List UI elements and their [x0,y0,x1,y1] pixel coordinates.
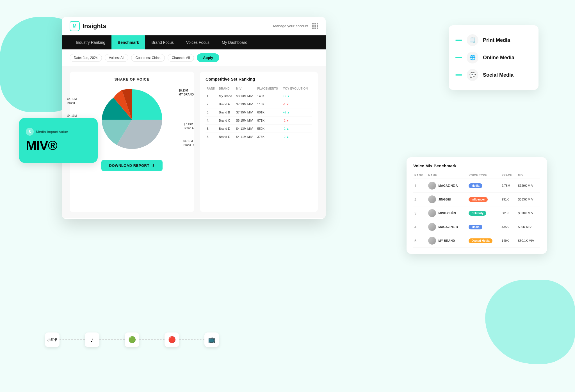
brand-cell: Brand C [218,117,235,125]
vtype-cell: Celebrity [467,206,500,220]
vname-cell: MAGAZINE B [427,220,467,234]
channel-item: 💬 Social Media [455,66,532,84]
table-row: 1. My Brand $8.13M MIV 149K +2 [206,92,312,100]
pie-label-brand-d: $4.13MBrand D [183,139,194,147]
rank-cell: 4. [206,117,218,125]
voice-table: RANK NAME VOICE TYPE REACH MIV 1. MAGAZI… [413,172,540,248]
channel-filter[interactable]: Channel: All [168,54,194,62]
brand-cell: Brand A [218,100,235,108]
channel-icon: 💬 [467,69,478,81]
brand-cell: My Brand [218,92,235,100]
nav-item-brand-focus[interactable]: Brand Focus [145,35,180,49]
voice-type-badge: Owned Media [469,238,492,243]
social-icon-weibo: 🔴 [165,332,179,347]
vcol-reach: REACH [501,172,517,179]
vreach-cell: 435K [501,220,517,234]
download-report-button[interactable]: DOWNLOAD REPORT ⬇ [101,160,163,171]
nav-item-industry-ranking[interactable]: Industry Ranking [70,35,111,49]
table-row: 3. MING CHÈN Celebrity 801K $320K MIV [413,206,540,220]
channel-name: Social Media [483,72,514,78]
miv-cell: $7.13M MIV [235,100,256,108]
voice-mix-title: Voice Mix Benchmark [413,163,540,168]
download-icon: ⬇ [152,163,155,168]
miv-cell: $7.95M MIV [235,108,256,117]
nav-item-my-dashboard[interactable]: My Dashboard [216,35,254,49]
yoy-cell: +2 [282,92,312,100]
vreach-cell: 991K [501,193,517,206]
yoy-cell: -2 [282,125,312,133]
placement-cell: 871K [256,117,282,125]
dollar-icon: $ [26,128,34,136]
placement-cell: 801K [256,108,282,117]
up-arrow-icon [287,95,290,98]
vtype-cell: Influencer [467,193,500,206]
competitive-panel-title: Competitive Set Ranking [206,77,312,81]
app-header-right: Manage your account [273,23,318,29]
vrank-cell: 5. [413,234,427,248]
channel-item: 🗒️ Print Media [455,31,532,49]
vmiv-cell: $353K MIV [517,193,540,206]
miv-title: MIV® [26,138,57,153]
vname-cell: MY BRAND [427,234,467,248]
down-arrow-icon [286,103,289,106]
yoy-cell: -2 [282,117,312,125]
countries-filter[interactable]: Countries: China [131,54,165,62]
vname-cell: MING CHÈN [427,206,467,220]
brand-cell: Brand B [218,108,235,117]
pie-label-my-brand: $8.13MMY BRAND [179,89,194,97]
table-row: 4. Brand C $6.15M MIV 871K -2 [206,117,312,125]
logo-icon: M [70,21,80,31]
nav-item-voices-focus[interactable]: Voices Focus [180,35,216,49]
col-placements: PLACEMENTS [256,85,282,92]
yoy-value: -2 [283,119,289,122]
channel-name: Print Media [483,37,510,43]
miv-label: Media Impact Value [36,130,68,134]
table-row: 5. MY BRAND Owned Media 149K $60.1K MIV [413,234,540,248]
grid-icon[interactable] [312,23,318,29]
social-connector-4 [179,339,204,340]
app-window: M Insights Manage your account Industry … [62,17,326,219]
nav-bar: Industry Ranking Benchmark Brand Focus V… [62,35,326,49]
miv-cell: $4.11M MIV [235,133,256,141]
apply-button[interactable]: Apply [197,53,219,62]
miv-cell: $8.13M MIV [235,92,256,100]
voices-filter[interactable]: Voices: All [105,54,129,62]
voice-type-badge: Media [469,225,482,229]
social-connector-2 [99,339,125,340]
manage-account-link[interactable]: Manage your account [273,24,308,28]
vrank-cell: 2. [413,193,427,206]
channel-dash [455,57,462,58]
avatar [428,209,436,217]
yoy-cell: -2 [282,133,312,141]
placement-cell: 118K [256,100,282,108]
social-connector-1 [60,339,85,340]
vmiv-cell: $90K MIV [517,220,540,234]
avatar [428,223,436,231]
avatar [428,195,436,203]
app-title: Insights [83,22,106,30]
date-filter[interactable]: Date: Jan, 2024 [70,54,102,62]
placement-cell: 149K [256,92,282,100]
avatar [428,237,436,245]
main-content: SHARE OF VOICE $4.10MBrand F $4.11MBrand… [62,66,326,218]
yoy-cell: +2 [282,108,312,117]
social-icon-tv: 📺 [204,332,219,347]
vcol-rank: RANK [413,172,427,179]
voice-type-badge: Influencer [469,197,488,202]
vreach-cell: 2.78M [501,179,517,193]
vmiv-cell: $320K MIV [517,206,540,220]
social-icon-wechat: 🟢 [125,332,139,347]
nav-item-benchmark[interactable]: Benchmark [111,35,145,49]
channel-icon: 🗒️ [467,34,478,46]
col-rank: RANK [206,85,218,92]
voice-type-badge: Celebrity [469,211,486,216]
app-header: M Insights Manage your account [62,17,326,35]
vreach-cell: 149K [501,234,517,248]
rank-cell: 3. [206,108,218,117]
table-row: 1. MAGAZINE A Media 2.78M $729K MIV [413,179,540,193]
yoy-cell: -1 [282,100,312,108]
voice-mix-panel: Voice Mix Benchmark RANK NAME VOICE TYPE… [407,157,547,254]
col-yoy: YOY EVOLUTION [282,85,312,92]
ranking-table: RANK BRAND MIV PLACEMENTS YOY EVOLUTION … [206,85,312,141]
table-row: 2. Brand A $7.13M MIV 118K -1 [206,100,312,108]
